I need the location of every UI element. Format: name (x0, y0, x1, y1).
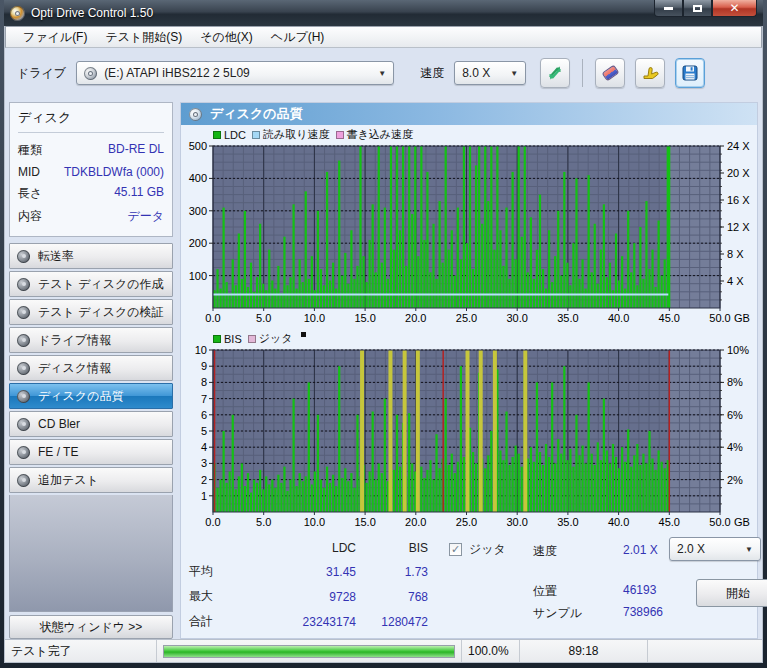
svg-text:6%: 6% (727, 409, 743, 421)
svg-text:40.0: 40.0 (608, 312, 629, 324)
svg-text:10.0: 10.0 (304, 312, 325, 324)
disc-mid-row: MID TDKBLDWfa (000) (18, 162, 164, 182)
total-ldc-value: 23243174 (251, 609, 356, 634)
legend-label: 読み取り速度 (263, 127, 330, 142)
svg-text:2%: 2% (727, 474, 743, 486)
legend-swatch (252, 131, 260, 139)
sidebar-item-verify-test-disc[interactable]: テスト ディスクの検証 (9, 299, 173, 325)
start-button[interactable]: 開始 (696, 579, 767, 607)
test-speed-select[interactable]: 2.0 X ▼ (669, 537, 761, 561)
svg-text:25.0: 25.0 (456, 516, 477, 528)
svg-text:5.0: 5.0 (256, 516, 271, 528)
legend-item: LDC (213, 129, 246, 141)
eject-button[interactable] (635, 58, 665, 88)
drive-disc-icon (84, 67, 97, 80)
legend-label: ジッタ (259, 331, 293, 346)
total-bis-value: 1280472 (356, 609, 428, 634)
speed-select[interactable]: 8.0 X ▼ (454, 61, 526, 85)
legend-swatch (248, 335, 256, 343)
disc-info-panel: ディスク 種類 BD-RE DL MID TDKBLDWfa (000) 長さ … (9, 102, 173, 237)
drive-select[interactable]: (E:) ATAPI iHBS212 2 5L09 ▼ (76, 61, 394, 85)
maximize-button[interactable] (683, 0, 712, 17)
chevron-down-icon: ▼ (370, 69, 386, 78)
svg-text:200: 200 (189, 237, 207, 249)
disc-icon (17, 418, 30, 431)
sidebar-item-fe-te[interactable]: FE / TE (9, 439, 173, 465)
disc-mid-value: TDKBLDWfa (000) (64, 165, 164, 179)
sidebar-item-cd-bler[interactable]: CD Bler (9, 411, 173, 437)
svg-text:7: 7 (201, 393, 207, 405)
svg-text:3: 3 (201, 457, 207, 469)
menu-other[interactable]: その他(X) (191, 29, 262, 46)
table-row: 合計 23243174 1280472 (189, 609, 428, 634)
sidebar-item-extra-tests[interactable]: 追加テスト (9, 467, 173, 493)
maximize-icon (693, 5, 702, 12)
disc-length-row: 長さ 45.11 GB (18, 182, 164, 205)
menu-file[interactable]: ファイル(F) (14, 29, 96, 46)
disc-icon (17, 250, 30, 263)
sidebar-item-drive-info[interactable]: ドライブ情報 (9, 327, 173, 353)
disc-icon (17, 474, 30, 487)
speed-label: 速度 (420, 65, 444, 82)
disc-type-row: 種類 BD-RE DL (18, 139, 164, 162)
disc-type-label: 種類 (18, 142, 42, 159)
main-header-title: ディスクの品質 (210, 105, 303, 123)
disc-icon (17, 446, 30, 459)
svg-text:15.0: 15.0 (354, 312, 375, 324)
stats-col-ldc: LDC (251, 537, 356, 559)
svg-text:5: 5 (201, 425, 207, 437)
svg-text:1: 1 (201, 490, 207, 502)
status-bar: テスト完了 100.0% 89:18 (5, 639, 762, 662)
stats-col-bis: BIS (356, 537, 428, 559)
legend-label: BIS (224, 333, 242, 345)
svg-text:40.0: 40.0 (608, 516, 629, 528)
disc-content-value: データ (127, 208, 164, 225)
title-bar: Opti Drive Control 1.50 ✕ (4, 0, 763, 26)
speed-stat-value: 2.01 X (623, 543, 658, 557)
progress-track (163, 645, 455, 658)
status-window-button[interactable]: 状態ウィンドウ >> (9, 615, 173, 639)
disc-length-value: 45.11 GB (114, 185, 164, 202)
svg-text:24 X: 24 X (727, 142, 750, 152)
sidebar-item-disc-info[interactable]: ディスク情報 (9, 355, 173, 381)
svg-text:2: 2 (201, 474, 207, 486)
svg-text:4 X: 4 X (727, 275, 744, 287)
window-title: Opti Drive Control 1.50 (31, 6, 153, 20)
disc-content-row: 内容 データ (18, 205, 164, 228)
transfer-button[interactable] (540, 58, 570, 88)
menu-help[interactable]: ヘルプ(H) (262, 29, 334, 46)
close-button[interactable]: ✕ (712, 0, 757, 17)
minimize-button[interactable] (654, 0, 683, 17)
drive-label: ドライブ (17, 65, 66, 82)
sidebar-item-create-test-disc[interactable]: テスト ディスクの作成 (9, 271, 173, 297)
disc-panel-title: ディスク (18, 109, 164, 133)
legend-swatch (336, 131, 344, 139)
svg-text:10: 10 (195, 346, 207, 356)
avg-label: 平均 (189, 559, 251, 584)
position-value: 46193 (623, 583, 656, 597)
sidebar-spacer (9, 495, 173, 612)
erase-button[interactable] (595, 58, 625, 88)
menu-start-test[interactable]: テスト開始(S) (96, 29, 191, 46)
svg-text:16 X: 16 X (727, 194, 750, 206)
sidebar: ディスク 種類 BD-RE DL MID TDKBLDWfa (000) 長さ … (9, 102, 173, 639)
disc-icon (17, 334, 30, 347)
svg-text:20.0: 20.0 (405, 516, 426, 528)
svg-text:20.0: 20.0 (405, 312, 426, 324)
minimize-icon (664, 7, 673, 10)
svg-text:50.0: 50.0 (709, 516, 730, 528)
sidebar-item-transfer-rate[interactable]: 転送率 (9, 243, 173, 269)
main-header: ディスクの品質 (181, 103, 757, 125)
svg-text:4: 4 (201, 441, 207, 453)
sidebar-item-disc-quality[interactable]: ディスクの品質 (9, 383, 173, 409)
save-button[interactable] (675, 58, 705, 88)
jitter-checkbox[interactable]: ✓ (449, 543, 462, 556)
legend-item: 読み取り速度 (252, 127, 330, 142)
speed-stat-label: 速度 (533, 543, 557, 560)
test-speed-select-value: 2.0 X (677, 542, 705, 556)
svg-text:8: 8 (201, 376, 207, 388)
sample-value: 738966 (623, 605, 663, 619)
app-window: Opti Drive Control 1.50 ✕ ファイル(F) テスト開始(… (0, 0, 767, 668)
svg-text:0.0: 0.0 (205, 516, 220, 528)
menu-bar: ファイル(F) テスト開始(S) その他(X) ヘルプ(H) (5, 26, 762, 48)
